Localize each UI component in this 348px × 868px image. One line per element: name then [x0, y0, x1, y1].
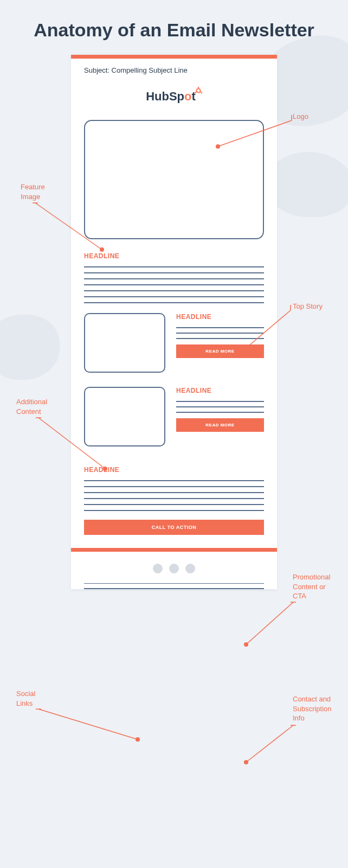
annotation-social-links: Social Links: [16, 689, 35, 708]
promo-headline: HEADLINE: [84, 466, 264, 474]
logo-part1: HubSp: [146, 90, 184, 103]
pointer-additional-content: [35, 417, 111, 476]
promo-body: [84, 480, 264, 511]
svg-line-8: [218, 120, 292, 146]
read-more-button-2[interactable]: READ MORE: [176, 418, 264, 432]
pointer-social-links: [35, 708, 143, 746]
pointer-contact: [244, 724, 304, 768]
svg-line-23: [38, 709, 138, 739]
annotation-feature-image: Feature Image: [21, 182, 45, 201]
top-bar: [71, 55, 277, 59]
additional-content-row-1: HEADLINE READ MORE: [84, 313, 264, 373]
svg-point-12: [100, 247, 104, 252]
subject-line: Subject: Compelling Subject Line: [71, 59, 277, 84]
svg-point-21: [244, 642, 248, 647]
svg-line-14: [241, 310, 291, 353]
footer-bar: [71, 548, 277, 552]
svg-line-17: [38, 418, 105, 469]
svg-point-15: [239, 350, 243, 355]
svg-line-20: [246, 602, 293, 644]
cta-button[interactable]: CALL TO ACTION: [84, 520, 264, 535]
social-icon-2[interactable]: [169, 564, 179, 573]
top-story-body: [84, 266, 264, 303]
top-story-headline: HEADLINE: [84, 252, 264, 260]
page-title: Anatomy of an Email Newsletter: [0, 0, 348, 55]
contact-info-lines: [84, 583, 264, 589]
sprocket-icon: [195, 84, 202, 98]
svg-point-27: [244, 760, 248, 764]
social-icon-1[interactable]: [153, 564, 163, 573]
svg-line-26: [246, 725, 293, 762]
pointer-logo: [216, 114, 297, 152]
svg-point-24: [136, 737, 140, 742]
svg-point-9: [216, 144, 220, 149]
logo-o: o: [184, 90, 191, 103]
social-links-row: [71, 564, 277, 573]
svg-point-0: [196, 88, 200, 92]
headline-3: HEADLINE: [176, 387, 264, 394]
annotation-additional-content: Additional Content: [16, 397, 47, 416]
pointer-feature-image: [31, 202, 107, 256]
additional-content-row-2: HEADLINE READ MORE: [84, 387, 264, 446]
svg-line-11: [35, 203, 102, 250]
thumb-1: [84, 313, 165, 373]
social-icon-3[interactable]: [185, 564, 195, 573]
annotation-contact: Contact and Subscription Info: [293, 694, 332, 723]
pointer-top-story: [239, 304, 298, 358]
pointer-promo: [244, 601, 304, 650]
svg-point-18: [103, 467, 107, 471]
annotation-promo: Promotional Content or CTA: [293, 572, 330, 601]
